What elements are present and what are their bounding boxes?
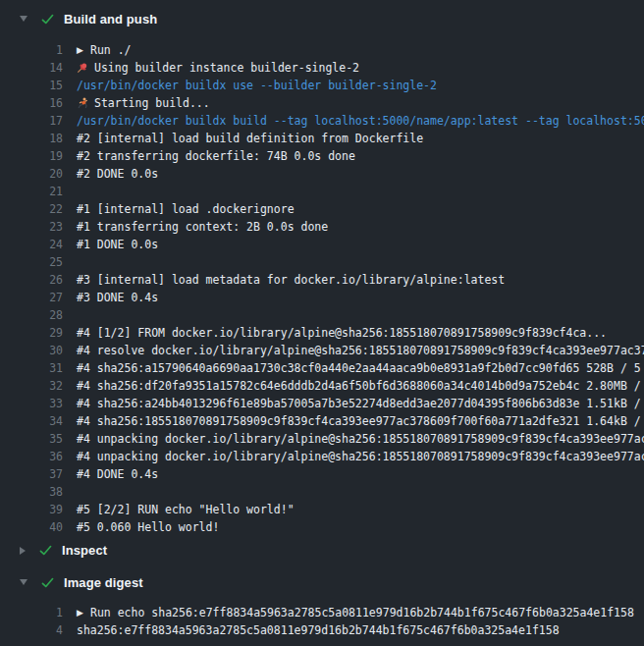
line-number[interactable]: 20 <box>0 165 63 183</box>
line-number[interactable]: 32 <box>0 377 63 395</box>
log-text: #4 sha256:a15790640a6690aa1730c38cf0a440… <box>77 359 641 377</box>
line-number[interactable]: 34 <box>0 412 63 430</box>
log-text: #2 transferring dockerfile: 74B 0.0s don… <box>77 147 355 165</box>
chevron-down-icon <box>20 579 27 585</box>
line-number[interactable]: 14 <box>0 59 63 77</box>
log-line: 17/usr/bin/docker buildx build --tag loc… <box>0 112 644 130</box>
log-text: #4 resolve docker.io/library/alpine@sha2… <box>77 342 644 359</box>
log-line: 22#1 [internal] load .dockerignore <box>0 200 644 218</box>
log-text: #1 transferring context: 2B 0.0s done <box>77 218 328 236</box>
line-number[interactable]: 38 <box>0 483 63 501</box>
log-text-value: #1 transferring context: 2B 0.0s done <box>77 218 328 236</box>
section-title: Image digest <box>64 575 143 590</box>
line-number[interactable]: 35 <box>0 430 63 448</box>
section-image-digest: Image digest1▶Run echo sha256:e7ff8834a5… <box>0 565 644 646</box>
line-number[interactable]: 27 <box>0 289 63 306</box>
log-line: 1▶Run echo sha256:e7ff8834a5963a2785c5a0… <box>0 604 644 621</box>
log-line: 39#5 [2/2] RUN echo "Hello world!" <box>0 501 644 518</box>
log-line: 25 <box>0 253 644 271</box>
log-text: ▶Run echo sha256:e7ff8834a5963a2785c5a08… <box>77 604 634 621</box>
section-body-build-and-push: 1▶Run ./14Using builder instance builder… <box>0 37 644 536</box>
line-number[interactable]: 24 <box>0 236 63 253</box>
pushpin-icon <box>77 62 88 74</box>
line-number[interactable]: 4 <box>0 621 63 639</box>
section-header-inspect[interactable]: Inspect <box>0 536 644 565</box>
log-text: Using builder instance builder-single-2 <box>77 59 359 77</box>
section-header-build-and-push[interactable]: Build and push <box>0 0 644 37</box>
log-line: 36#4 unpacking docker.io/library/alpine@… <box>0 448 644 465</box>
log-text: #4 DONE 0.4s <box>77 465 158 483</box>
line-number[interactable]: 40 <box>0 518 63 536</box>
log-line: 24#1 DONE 0.0s <box>0 236 644 253</box>
log-line: 20#2 DONE 0.0s <box>0 165 644 183</box>
section-title: Build and push <box>64 12 157 27</box>
log-line: 29#4 [1/2] FROM docker.io/library/alpine… <box>0 324 644 342</box>
line-number[interactable]: 18 <box>0 130 63 147</box>
log-line: 35#4 unpacking docker.io/library/alpine@… <box>0 430 644 448</box>
log-line: 21 <box>0 183 644 200</box>
log-line: 15/usr/bin/docker buildx use --builder b… <box>0 77 644 94</box>
line-number[interactable]: 28 <box>0 306 63 324</box>
log-text-value: #2 [internal] load build definition from… <box>77 130 423 147</box>
log-text: Starting build... <box>77 94 210 112</box>
line-number[interactable]: 39 <box>0 501 63 518</box>
line-number[interactable]: 31 <box>0 359 63 377</box>
log-line: 23#1 transferring context: 2B 0.0s done <box>0 218 644 236</box>
log-text: #5 0.060 Hello world! <box>77 518 219 536</box>
log-line: 40#5 0.060 Hello world! <box>0 518 644 536</box>
log-text: #3 [internal] load metadata for docker.i… <box>77 271 505 289</box>
line-number[interactable]: 37 <box>0 465 63 483</box>
expand-run-icon[interactable]: ▶ <box>77 604 90 621</box>
log-text: ▶Run ./ <box>77 41 132 59</box>
line-number[interactable]: 1 <box>0 604 63 621</box>
log-text: #4 unpacking docker.io/library/alpine@sh… <box>77 430 644 448</box>
section-header-image-digest[interactable]: Image digest <box>0 565 644 600</box>
chevron-right-icon <box>20 547 26 555</box>
log-text: /usr/bin/docker buildx use --builder bui… <box>77 77 437 94</box>
log-text-value: Run ./ <box>90 41 132 59</box>
line-number[interactable]: 23 <box>0 218 63 236</box>
log-text-value: #5 0.060 Hello world! <box>77 518 219 536</box>
log-text-value: #4 sha256:a15790640a6690aa1730c38cf0a440… <box>77 359 641 377</box>
log-line: 18#2 [internal] load build definition fr… <box>0 130 644 147</box>
log-text-value: #2 DONE 0.0s <box>77 165 158 183</box>
check-icon <box>38 543 53 558</box>
log-text-value: #4 sha256:a24bb4013296f61e89ba57005a7b3e… <box>77 395 641 412</box>
log-text-value: #4 DONE 0.4s <box>77 465 158 483</box>
section-body-image-digest: 1▶Run echo sha256:e7ff8834a5963a2785c5a0… <box>0 600 644 646</box>
log-text-value: Run echo sha256:e7ff8834a5963a2785c5a081… <box>90 604 634 621</box>
log-text: #1 DONE 0.0s <box>77 236 158 253</box>
line-number[interactable]: 21 <box>0 183 63 200</box>
workflow-log: Build and push1▶Run ./14Using builder in… <box>0 0 644 646</box>
line-number[interactable]: 22 <box>0 200 63 218</box>
log-line: 28 <box>0 306 644 324</box>
line-number[interactable]: 36 <box>0 448 63 465</box>
line-number[interactable]: 25 <box>0 253 63 271</box>
line-number[interactable]: 19 <box>0 147 63 165</box>
log-text-value: #4 sha256:185518070891758909c9f839cf4ca3… <box>77 412 641 430</box>
line-number[interactable]: 26 <box>0 271 63 289</box>
log-text-value: #4 sha256:df20fa9351a15782c64e6dddb2d4a6… <box>77 377 641 395</box>
log-line: 26#3 [internal] load metadata for docker… <box>0 271 644 289</box>
line-number[interactable]: 1 <box>0 41 63 59</box>
line-number[interactable]: 17 <box>0 112 63 130</box>
line-number[interactable]: 30 <box>0 342 63 359</box>
log-text-value: #4 resolve docker.io/library/alpine@sha2… <box>77 342 644 359</box>
log-text-value: #4 unpacking docker.io/library/alpine@sh… <box>77 448 644 465</box>
log-line: 19#2 transferring dockerfile: 74B 0.0s d… <box>0 147 644 165</box>
line-number[interactable]: 29 <box>0 324 63 342</box>
log-text: /usr/bin/docker buildx build --tag local… <box>77 112 644 130</box>
log-text-value: #1 [internal] load .dockerignore <box>77 200 295 218</box>
section-build-and-push: Build and push1▶Run ./14Using builder in… <box>0 0 644 536</box>
section-inspect: Inspect <box>0 536 644 565</box>
line-number[interactable]: 15 <box>0 77 63 94</box>
log-text-value: Using builder instance builder-single-2 <box>94 59 359 77</box>
log-text: #4 sha256:df20fa9351a15782c64e6dddb2d4a6… <box>77 377 641 395</box>
line-number[interactable]: 33 <box>0 395 63 412</box>
log-text-value: #3 DONE 0.4s <box>77 289 158 306</box>
log-line: 34#4 sha256:185518070891758909c9f839cf4c… <box>0 412 644 430</box>
line-number[interactable]: 16 <box>0 94 63 112</box>
log-line: 31#4 sha256:a15790640a6690aa1730c38cf0a4… <box>0 359 644 377</box>
check-icon <box>40 12 55 27</box>
expand-run-icon[interactable]: ▶ <box>77 41 90 59</box>
